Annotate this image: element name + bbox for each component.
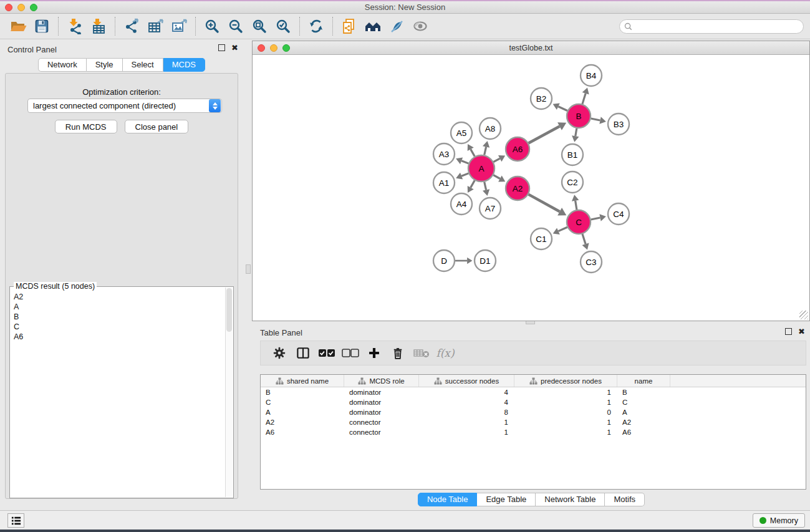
scrollbar-thumb[interactable] [226, 288, 232, 332]
float-table-panel-icon[interactable] [785, 328, 792, 335]
table-cell[interactable]: C [617, 399, 670, 406]
graph-edge-A-A4[interactable] [471, 180, 475, 188]
table-cell[interactable]: dominator [344, 389, 419, 396]
graph-node-A8[interactable]: A8 [480, 118, 501, 139]
graph-edge-A6-B[interactable] [529, 127, 560, 143]
tab-motifs[interactable]: Motifs [605, 493, 645, 506]
zoom-out-icon[interactable] [224, 16, 248, 37]
table-cell[interactable]: A [617, 409, 670, 416]
deselect-all-icon[interactable] [339, 343, 362, 363]
import-network-icon[interactable] [63, 16, 87, 37]
graph-node-B[interactable]: B [567, 104, 591, 128]
result-item[interactable]: A6 [11, 332, 224, 342]
table-cell[interactable]: 1 [419, 418, 514, 426]
table-cell[interactable]: 4 [419, 399, 514, 406]
tab-node-table[interactable]: Node Table [418, 493, 478, 506]
delete-table-icon[interactable] [410, 343, 433, 363]
column-header-predecessor-nodes[interactable]: predecessor nodes [514, 375, 617, 387]
graph-node-A1[interactable]: A1 [433, 172, 455, 193]
close-panel-button[interactable]: Close panel [125, 120, 189, 133]
new-session-from-network-icon[interactable] [337, 16, 361, 37]
save-session-icon[interactable] [30, 16, 54, 37]
table-row[interactable]: Cdominator41C [261, 397, 806, 407]
delete-column-trash-icon[interactable] [387, 343, 409, 363]
add-column-plus-icon[interactable] [363, 343, 385, 363]
table-cell[interactable]: A6 [617, 428, 670, 436]
tab-network[interactable]: Network [38, 58, 87, 72]
tab-select[interactable]: Select [123, 58, 163, 72]
graph-node-B1[interactable]: B1 [562, 144, 583, 165]
column-header-name[interactable]: name [617, 375, 670, 387]
table-row[interactable]: Bdominator41B [261, 387, 806, 397]
table-cell[interactable]: 1 [514, 389, 617, 396]
close-table-panel-icon[interactable]: ✖ [798, 328, 805, 335]
optimization-criterion-dropdown[interactable]: largest connected component (directed) [27, 99, 222, 113]
resize-grip-icon[interactable] [799, 311, 808, 319]
table-row[interactable]: A2connector11A2 [261, 417, 806, 427]
result-item[interactable]: B [11, 312, 224, 322]
graph-edge-A-A5[interactable] [471, 149, 475, 157]
graph-node-D[interactable]: D [433, 250, 455, 271]
graph-edge-A-A7[interactable] [485, 181, 486, 190]
graph-node-A7[interactable]: A7 [480, 198, 501, 219]
graph-node-C4[interactable]: C4 [608, 203, 629, 225]
column-settings-gear-icon[interactable] [268, 343, 291, 363]
table-cell[interactable]: A2 [617, 418, 670, 426]
column-header-successor-nodes[interactable]: successor nodes [419, 375, 514, 387]
graph-node-B2[interactable]: B2 [531, 88, 552, 109]
graph-edge-A-A3[interactable] [461, 161, 468, 163]
graph-node-C1[interactable]: C1 [531, 228, 552, 249]
tab-network-table[interactable]: Network Table [536, 493, 605, 506]
graph-node-A3[interactable]: A3 [433, 143, 455, 165]
zoom-in-icon[interactable] [200, 16, 224, 37]
table-row[interactable]: Adominator80A [261, 407, 806, 417]
graph-node-C[interactable]: C [567, 210, 591, 234]
graph-edge-B-B1[interactable] [576, 128, 577, 137]
table-cell[interactable]: B [261, 389, 344, 396]
vertical-split-handle[interactable] [246, 264, 251, 274]
graph-edge-C-C4[interactable] [591, 218, 600, 220]
export-image-icon[interactable] [167, 16, 191, 37]
close-panel-icon[interactable]: ✖ [231, 44, 238, 51]
search-field[interactable] [619, 19, 804, 34]
graph-node-B4[interactable]: B4 [581, 65, 602, 86]
graph-edge-C-C1[interactable] [558, 227, 567, 231]
result-item[interactable]: C [11, 322, 224, 332]
tab-mcds[interactable]: MCDS [163, 58, 205, 72]
result-item[interactable]: A2 [11, 292, 224, 302]
graph-node-A2[interactable]: A2 [506, 177, 529, 200]
graph-edge-C-C3[interactable] [582, 234, 586, 244]
graph-node-D1[interactable]: D1 [475, 250, 496, 271]
table-cell[interactable]: 1 [514, 418, 617, 426]
show-all-networks-icon[interactable] [361, 16, 385, 37]
table-row[interactable]: A6connector11A6 [261, 427, 806, 437]
graph-edge-A-A2[interactable] [493, 175, 500, 179]
table-cell[interactable]: 0 [514, 409, 617, 416]
table-cell[interactable]: 1 [514, 428, 617, 436]
table-cell[interactable]: dominator [344, 409, 419, 416]
table-cell[interactable]: C [261, 399, 344, 406]
open-session-icon[interactable] [6, 16, 30, 37]
graph-node-A5[interactable]: A5 [451, 122, 472, 143]
graph-node-A[interactable]: A [468, 155, 494, 181]
table-cell[interactable]: 8 [419, 409, 514, 416]
graph-edge-A-A6[interactable] [493, 158, 499, 162]
table-cell[interactable]: A [261, 409, 344, 416]
function-builder-icon[interactable]: f(x) [434, 343, 456, 363]
select-all-icon[interactable] [316, 343, 338, 363]
tab-edge-table[interactable]: Edge Table [477, 493, 536, 506]
table-cell[interactable]: dominator [344, 399, 419, 406]
import-table-icon[interactable] [87, 16, 110, 37]
zoom-selected-icon[interactable] [271, 16, 295, 37]
memory-button[interactable]: Memory [753, 513, 805, 528]
toggle-visibility-eye-icon[interactable] [408, 16, 432, 37]
export-table-icon[interactable] [143, 16, 167, 37]
graph-node-C3[interactable]: C3 [581, 251, 602, 273]
split-view-icon[interactable] [292, 343, 314, 363]
table-cell[interactable]: 1 [419, 428, 514, 436]
result-item[interactable]: A [11, 302, 224, 312]
tab-style[interactable]: Style [87, 58, 123, 72]
table-cell[interactable]: connector [344, 418, 419, 426]
table-cell[interactable]: connector [344, 428, 419, 436]
column-header-shared-name[interactable]: shared name [261, 375, 344, 387]
